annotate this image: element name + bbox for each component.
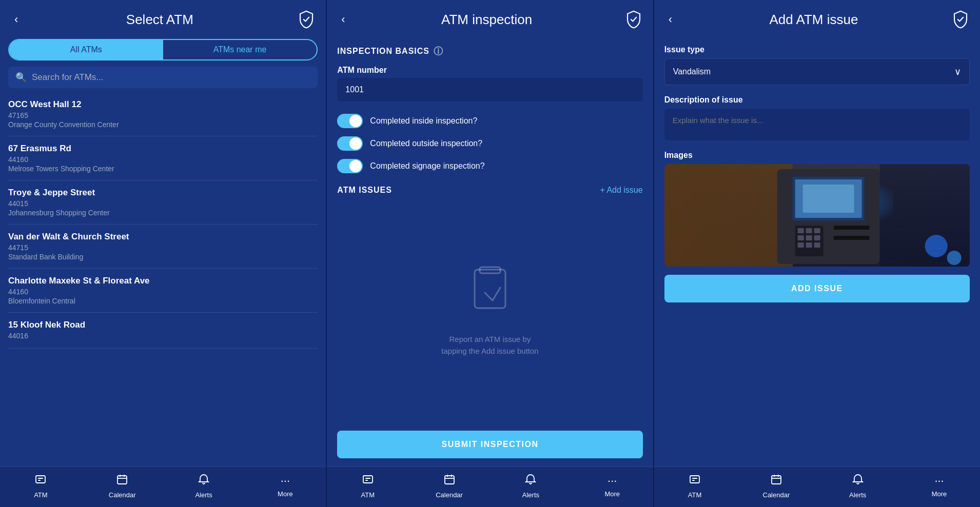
bottom-nav-screen2: ATM Calendar Alerts ·· [327,467,653,507]
screen3-header: ‹ Add ATM issue [654,0,980,37]
search-placeholder: Search for ATMs... [32,72,104,83]
toggle-outside[interactable] [337,136,363,151]
back-button-screen2[interactable]: ‹ [337,11,349,28]
add-issue-content: Issue type Vandalism ∨ Description of is… [654,37,980,467]
atm-location: Johannesburg Shopping Center [8,209,318,217]
tab-atms-near-me[interactable]: ATMs near me [163,40,317,59]
svg-rect-38 [692,480,695,481]
atm-list-item[interactable]: OCC West Hall 12 47165 Orange County Con… [8,92,318,136]
atm-name: Troye & Jeppe Street [8,188,318,198]
nav-more-label-s3: More [932,490,947,498]
atm-location: Bloemfontein Central [8,297,318,305]
svg-rect-0 [36,476,45,483]
atm-list-item[interactable]: 67 Erasmus Rd 44160 Melrose Towers Shopp… [8,136,318,180]
more-icon-s3: ··· [934,474,944,488]
nav-atm-label: ATM [34,491,47,499]
svg-rect-16 [664,164,793,267]
empty-state-text: Report an ATM issue bytapping the Add is… [441,334,538,357]
atm-issues-title: ATM ISSUES [337,186,392,195]
nav-atm-s3[interactable]: ATM [677,473,713,499]
screen-add-atm-issue: ‹ Add ATM issue Issue type Vandalism ∨ D… [654,0,980,507]
nav-alerts-s2[interactable]: Alerts [513,473,548,499]
atm-list-item[interactable]: Charlotte Maxeke St & Floreat Ave 44160 … [8,269,318,313]
more-icon: ··· [281,474,290,488]
toggle-row-outside: Completed outside inspection? [327,132,653,155]
description-input[interactable] [664,109,970,140]
svg-rect-26 [806,235,812,240]
nav-calendar-s3[interactable]: Calendar [758,473,794,499]
tab-all-atms[interactable]: All ATMs [9,40,163,59]
atm-number-input[interactable] [337,78,642,102]
atm-location: Orange County Convention Center [8,120,318,129]
bell-icon-s2 [524,473,537,489]
svg-point-34 [925,235,947,257]
calendar-icon-s2 [443,473,456,489]
svg-rect-31 [833,226,869,230]
atm-name: 15 Kloof Nek Road [8,320,318,330]
search-icon: 🔍 [15,72,27,83]
screen2-header: ‹ ATM inspection [327,0,653,37]
toggle-signage[interactable] [337,159,363,173]
svg-rect-10 [365,478,370,479]
screen2-title: ATM inspection [349,12,624,28]
atm-name: Charlotte Maxeke St & Floreat Ave [8,276,318,286]
atm-number-label: ATM number [327,62,653,78]
nav-calendar-s2[interactable]: Calendar [432,473,467,499]
atm-location: Standard Bank Building [8,253,318,261]
brand-logo-screen3 [951,10,970,29]
toggle-row-inside: Completed inside inspection? [327,110,653,132]
svg-point-35 [947,251,961,265]
atm-name: 67 Erasmus Rd [8,144,318,154]
nav-calendar[interactable]: Calendar [104,473,140,499]
back-button-screen1[interactable]: ‹ [10,11,22,28]
atm-list-item[interactable]: Troye & Jeppe Street 44015 Johannesburg … [8,180,318,225]
calendar-icon-s3 [770,473,782,489]
toggle-inside-label: Completed inside inspection? [370,116,477,126]
nav-more-s2[interactable]: ··· More [594,474,630,498]
svg-rect-37 [692,478,697,479]
back-button-screen3[interactable]: ‹ [664,11,676,28]
screen-select-atm: ‹ Select ATM All ATMs ATMs near me 🔍 Sea… [0,0,326,507]
dropdown-value: Vandalism [673,67,711,76]
atm-list-item[interactable]: Van der Walt & Church Street 44715 Stand… [8,225,318,269]
screen3-title: Add ATM issue [676,12,951,28]
svg-rect-23 [806,228,812,233]
nav-alerts[interactable]: Alerts [186,473,222,499]
screen-atm-inspection: ‹ ATM inspection INSPECTION BASICS ⓘ ATM… [327,0,653,507]
svg-rect-11 [365,480,368,481]
more-icon-s2: ··· [607,474,617,488]
svg-rect-12 [445,476,454,484]
nav-more[interactable]: ··· More [267,474,303,498]
nav-atm-s2[interactable]: ATM [350,473,386,499]
atm-code: 44160 [8,155,318,164]
add-issue-button[interactable]: + Add issue [600,186,642,195]
brand-logo-screen1 [297,10,316,29]
atm-image-inner [664,164,970,267]
issue-type-dropdown[interactable]: Vandalism ∨ [664,58,970,85]
submit-inspection-button[interactable]: SUBMIT INSPECTION [337,431,642,458]
inspection-content: INSPECTION BASICS ⓘ ATM number Completed… [327,37,653,467]
bell-icon [198,473,210,489]
svg-rect-2 [38,480,41,481]
nav-alerts-s3[interactable]: Alerts [840,473,876,499]
svg-rect-24 [814,228,820,233]
nav-more-s3[interactable]: ··· More [922,474,957,498]
svg-rect-27 [814,235,820,240]
svg-rect-36 [690,476,699,483]
nav-atm-label-s3: ATM [688,491,701,499]
atm-code: 44016 [8,332,318,340]
nav-alerts-label-s3: Alerts [849,491,866,499]
info-icon[interactable]: ⓘ [434,45,443,57]
search-bar[interactable]: 🔍 Search for ATMs... [8,67,318,88]
chevron-down-icon: ∨ [954,66,961,77]
toggle-inside[interactable] [337,114,363,128]
atm-code: 44015 [8,199,318,208]
atm-list-item[interactable]: 15 Kloof Nek Road 44016 [8,313,318,349]
svg-rect-30 [814,242,820,248]
add-issue-submit-button[interactable]: ADD ISSUE [664,275,970,302]
inspection-basics-title: INSPECTION BASICS ⓘ [327,37,653,62]
svg-rect-7 [475,270,505,308]
nav-alerts-label-s2: Alerts [522,491,539,499]
tab-switcher: All ATMs ATMs near me [8,39,318,60]
nav-atm[interactable]: ATM [23,473,58,499]
